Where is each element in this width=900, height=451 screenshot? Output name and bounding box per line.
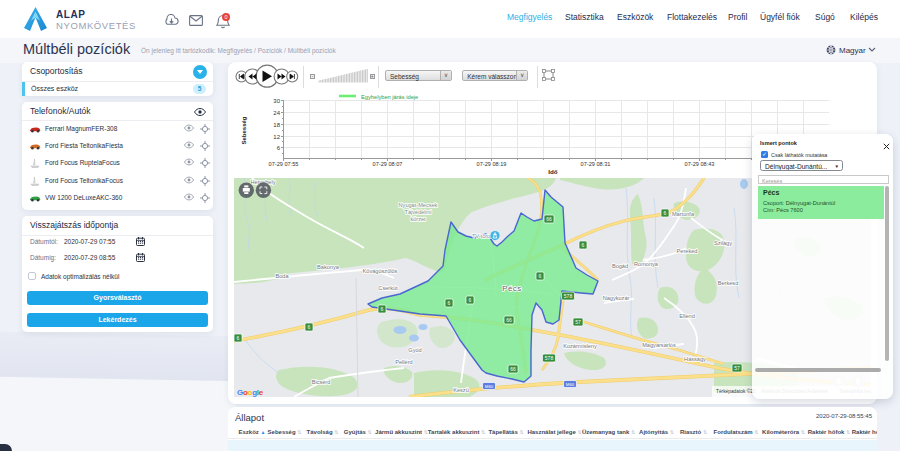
- svg-text:M60: M60: [566, 382, 575, 387]
- svg-text:57: 57: [734, 365, 740, 371]
- svg-text:Idő: Idő: [548, 168, 557, 175]
- svg-text:6: 6: [582, 242, 585, 248]
- svg-text:12: 12: [273, 134, 280, 140]
- svg-text:07-29 08:31: 07-29 08:31: [581, 161, 611, 167]
- svg-text:6: 6: [539, 273, 542, 279]
- svg-text:Pellérd: Pellérd: [395, 359, 412, 365]
- svg-text:6: 6: [448, 300, 451, 306]
- svg-text:07-29 07:55: 07-29 07:55: [269, 161, 299, 167]
- svg-text:Cserkút: Cserkút: [378, 285, 398, 291]
- svg-text:Martonfa: Martonfa: [672, 211, 695, 217]
- svg-text:578: 578: [545, 355, 554, 361]
- svg-text:Keszü: Keszü: [453, 387, 469, 393]
- svg-text:Bicsérd: Bicsérd: [312, 379, 331, 385]
- svg-text:6: 6: [381, 306, 384, 312]
- svg-text:6: 6: [308, 324, 311, 330]
- svg-text:18: 18: [273, 122, 280, 128]
- svg-text:6: 6: [469, 297, 472, 303]
- svg-text:Gyód: Gyód: [408, 347, 421, 353]
- svg-text:57: 57: [575, 319, 581, 325]
- svg-text:Szilágy: Szilágy: [714, 240, 732, 246]
- svg-text:Romonya: Romonya: [634, 261, 659, 267]
- svg-text:M60: M60: [485, 384, 494, 389]
- svg-text:07-29 08:19: 07-29 08:19: [477, 161, 507, 167]
- svg-text:Bakonya: Bakonya: [317, 264, 340, 270]
- svg-text:Ellend: Ellend: [679, 313, 695, 319]
- svg-text:Pereked: Pereked: [677, 248, 698, 254]
- svg-text:07-29 08:07: 07-29 08:07: [373, 161, 403, 167]
- svg-text:Bogád: Bogád: [612, 263, 628, 269]
- svg-text:Kővágószőlős: Kővágószőlős: [363, 268, 398, 274]
- svg-text:Magyarsarlós: Magyarsarlós: [642, 342, 676, 348]
- svg-text:6: 6: [664, 210, 667, 216]
- svg-text:Hásságy: Hásságy: [684, 356, 706, 362]
- svg-text:Google: Google: [237, 388, 264, 397]
- svg-text:6: 6: [237, 335, 240, 341]
- svg-text:Pécs: Pécs: [502, 284, 522, 293]
- svg-text:6: 6: [277, 145, 281, 151]
- svg-text:Boda: Boda: [275, 273, 289, 279]
- svg-text:Nyugat-Mecsek: Nyugat-Mecsek: [399, 202, 438, 208]
- svg-text:Kozármisleny: Kozármisleny: [563, 343, 597, 349]
- svg-text:Tájvédelmi: Tájvédelmi: [404, 209, 431, 215]
- svg-text:578: 578: [564, 293, 573, 299]
- svg-text:66: 66: [506, 317, 512, 323]
- svg-text:30: 30: [273, 98, 280, 104]
- svg-text:Nagykozár: Nagykozár: [603, 295, 630, 301]
- svg-text:07-29 08:43: 07-29 08:43: [685, 161, 715, 167]
- svg-text:Egyhelyben járás ideje: Egyhelyben járás ideje: [361, 94, 418, 100]
- svg-text:66: 66: [510, 366, 516, 372]
- svg-text:Térképadatok ©20: Térképadatok ©20: [716, 388, 756, 394]
- svg-text:Sebesség: Sebesség: [241, 116, 247, 144]
- svg-text:66: 66: [546, 216, 552, 222]
- svg-text:körzet: körzet: [410, 216, 426, 222]
- svg-text:24: 24: [273, 110, 280, 116]
- svg-text:Berkesd: Berkesd: [718, 280, 739, 286]
